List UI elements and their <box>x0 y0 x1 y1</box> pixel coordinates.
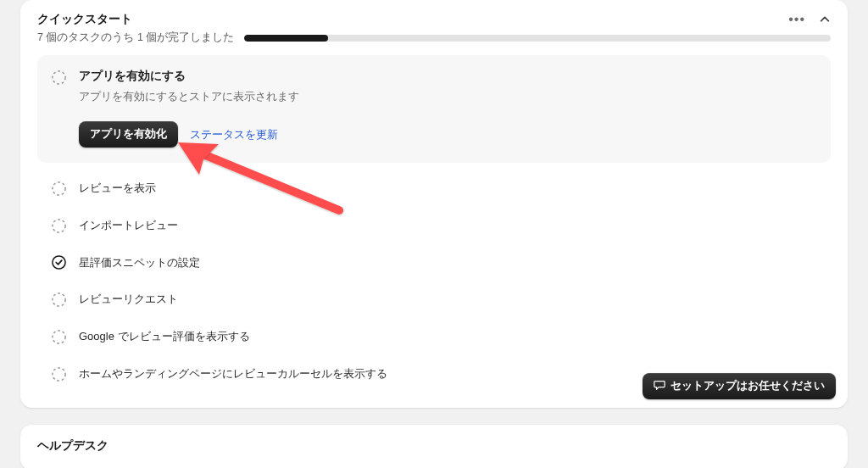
quickstart-header: クイックスタート ••• <box>37 12 831 27</box>
progress-fill <box>244 35 328 42</box>
task-row[interactable]: レビューを表示 <box>37 170 831 207</box>
svg-point-0 <box>53 71 65 84</box>
setup-help-button[interactable]: セットアップはお任せください <box>643 373 836 399</box>
progress-row: 7 個のタスクのうち 1 個が完了しました <box>37 31 831 45</box>
task-row-title: レビューリクエスト <box>79 292 178 307</box>
more-icon[interactable]: ••• <box>788 13 805 26</box>
task-status-incomplete-icon <box>51 218 67 234</box>
helpdesk-card: ヘルプデスク <box>20 425 848 468</box>
enable-app-button[interactable]: アプリを有効化 <box>79 121 178 148</box>
task-status-incomplete-icon <box>51 329 67 345</box>
chevron-up-icon[interactable] <box>819 14 831 25</box>
quickstart-title: クイックスタート <box>37 12 132 27</box>
task-row-title: レビューを表示 <box>79 181 156 196</box>
task-row[interactable]: Google でレビュー評価を表示する <box>37 318 831 355</box>
task-row-title: Google でレビュー評価を表示する <box>79 329 250 344</box>
svg-point-4 <box>53 293 65 306</box>
progress-text: 7 個のタスクのうち 1 個が完了しました <box>37 31 234 45</box>
task-row-title: ホームやランディングページにレビューカルーセルを表示する <box>79 366 387 382</box>
task-status-incomplete-icon <box>51 366 67 382</box>
task-row[interactable]: インポートレビュー <box>37 207 831 244</box>
quickstart-actions: ••• <box>788 13 831 26</box>
task-actions: アプリを有効化 ステータスを更新 <box>79 121 817 148</box>
task-row[interactable]: 星評価スニペットの設定 <box>37 244 831 281</box>
svg-point-6 <box>53 368 65 381</box>
task-row-title: インポートレビュー <box>79 218 178 233</box>
refresh-status-link[interactable]: ステータスを更新 <box>190 127 278 142</box>
task-description: アプリを有効にするとストアに表示されます <box>79 89 817 104</box>
task-status-complete-icon <box>51 254 67 270</box>
setup-help-label: セットアップはお任せください <box>670 379 825 393</box>
task-status-incomplete-icon <box>51 181 67 197</box>
chat-icon <box>654 379 665 393</box>
task-expanded: アプリを有効にする アプリを有効にするとストアに表示されます アプリを有効化 ス… <box>37 55 831 163</box>
svg-point-1 <box>53 182 65 195</box>
task-status-incomplete-icon <box>51 292 67 308</box>
svg-point-5 <box>53 331 65 343</box>
task-row[interactable]: レビューリクエスト <box>37 281 831 318</box>
task-row-title: 星評価スニペットの設定 <box>79 255 200 270</box>
task-body: アプリを有効にする アプリを有効にするとストアに表示されます アプリを有効化 ス… <box>79 69 817 148</box>
task-status-incomplete-icon <box>51 70 67 86</box>
task-title: アプリを有効にする <box>79 69 817 84</box>
svg-point-2 <box>53 220 65 232</box>
quickstart-card: クイックスタート ••• 7 個のタスクのうち 1 個が完了しました アプリを有… <box>20 0 848 408</box>
svg-point-3 <box>53 256 65 269</box>
helpdesk-title: ヘルプデスク <box>37 438 831 454</box>
progress-bar <box>244 35 831 42</box>
